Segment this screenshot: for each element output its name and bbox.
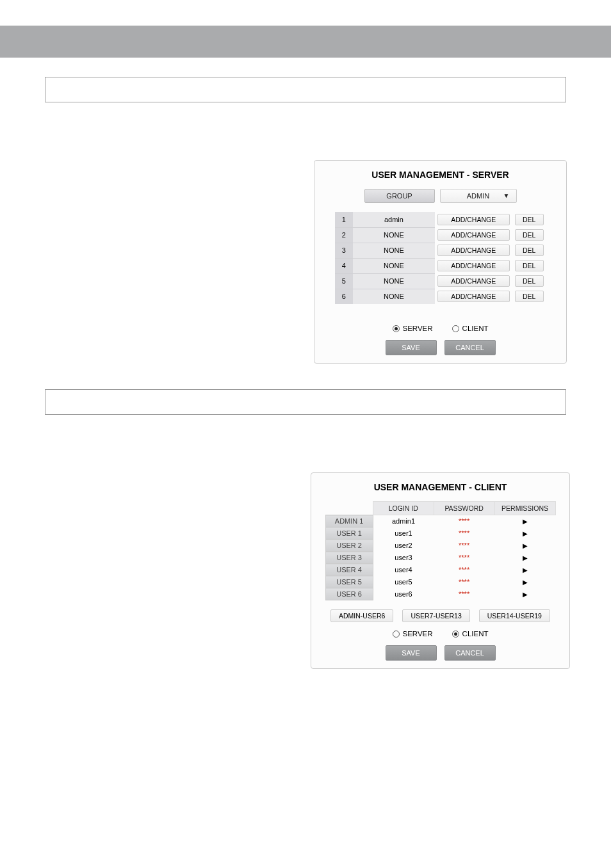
login-id-cell[interactable]: user6 [373,588,434,600]
save-button[interactable]: SAVE [386,645,437,661]
chevron-down-icon: ▼ [503,192,510,199]
radio-server-label: SERVER [403,325,433,332]
permissions-cell[interactable]: ▶ [494,552,555,564]
permissions-cell[interactable]: ▶ [494,564,555,576]
upper-divider-box [45,77,566,102]
group-label-button: GROUP [364,189,435,203]
cancel-button[interactable]: CANCEL [444,340,496,355]
permissions-cell[interactable]: ▶ [494,515,555,527]
password-cell[interactable]: **** [434,588,494,600]
pager-user14-user19[interactable]: USER14-USER19 [479,609,550,622]
delete-button[interactable]: DEL [515,260,544,271]
server-panel-title: USER MANAGEMENT - SERVER [314,170,566,180]
row-index: 2 [335,227,354,243]
permissions-cell[interactable]: ▶ [494,527,555,540]
delete-button[interactable]: DEL [515,291,544,302]
row-index: 1 [335,212,354,227]
row-username: NONE [353,273,435,289]
row-username: NONE [353,289,435,304]
col-permissions: PERMISSIONS [494,502,555,515]
add-change-button[interactable]: ADD/CHANGE [437,275,510,287]
password-cell[interactable]: **** [434,564,494,576]
table-row: 2NONEADD/CHANGEDEL [335,227,546,243]
play-icon: ▶ [523,567,528,574]
login-id-cell[interactable]: user4 [373,564,434,576]
delete-button[interactable]: DEL [515,229,544,241]
radio-server[interactable]: SERVER [393,630,433,638]
permissions-cell[interactable]: ▶ [494,540,555,552]
row-label: USER 2 [325,540,373,552]
row-label: USER 6 [325,588,373,600]
radio-server[interactable]: SERVER [393,325,433,332]
user-management-server-panel: USER MANAGEMENT - SERVER GROUP ADMIN ▼ 1… [314,160,567,364]
row-username: NONE [353,227,435,243]
password-cell[interactable]: **** [434,552,494,564]
play-icon: ▶ [523,579,528,586]
row-label: USER 5 [325,576,373,588]
permissions-cell[interactable]: ▶ [494,576,555,588]
row-index: 4 [335,258,354,273]
login-id-cell[interactable]: user3 [373,552,434,564]
add-change-button[interactable]: ADD/CHANGE [437,214,510,225]
delete-button[interactable]: DEL [515,245,544,256]
row-label: USER 3 [325,552,373,564]
play-icon: ▶ [523,530,528,537]
password-cell[interactable]: **** [434,527,494,540]
radio-client[interactable]: CLIENT [452,630,489,638]
client-user-table: LOGIN ID PASSWORD PERMISSIONS ADMIN 1adm… [325,501,556,600]
play-icon: ▶ [523,591,528,598]
col-login-id: LOGIN ID [373,502,434,515]
add-change-button[interactable]: ADD/CHANGE [437,291,510,302]
add-change-button[interactable]: ADD/CHANGE [437,245,510,256]
server-user-table: 1adminADD/CHANGEDEL2NONEADD/CHANGEDEL3NO… [335,212,546,304]
user-management-client-panel: USER MANAGEMENT - CLIENT LOGIN ID PASSWO… [311,472,570,669]
row-label: USER 4 [325,564,373,576]
table-row: USER 6user6****▶ [325,588,555,600]
table-row: 3NONEADD/CHANGEDEL [335,243,546,258]
play-icon: ▶ [523,518,528,525]
row-index: 3 [335,243,354,258]
login-id-cell[interactable]: admin1 [373,515,434,527]
cancel-button[interactable]: CANCEL [444,645,496,661]
login-id-cell[interactable]: user2 [373,540,434,552]
add-change-button[interactable]: ADD/CHANGE [437,229,510,241]
table-row: 5NONEADD/CHANGEDEL [335,273,546,289]
radio-filled-icon [393,325,400,332]
page-header-bar [0,26,611,58]
table-row: USER 1user1****▶ [325,527,555,540]
table-row: USER 5user5****▶ [325,576,555,588]
login-id-cell[interactable]: user5 [373,576,434,588]
group-select[interactable]: ADMIN ▼ [440,189,517,203]
table-row: 4NONEADD/CHANGEDEL [335,258,546,273]
row-index: 5 [335,273,354,289]
password-cell[interactable]: **** [434,540,494,552]
table-row: 6NONEADD/CHANGEDEL [335,289,546,304]
permissions-cell[interactable]: ▶ [494,588,555,600]
delete-button[interactable]: DEL [515,214,544,225]
radio-empty-icon [393,631,400,638]
col-password: PASSWORD [434,502,494,515]
password-cell[interactable]: **** [434,576,494,588]
password-cell[interactable]: **** [434,515,494,527]
radio-empty-icon [452,325,459,332]
delete-button[interactable]: DEL [515,275,544,287]
group-select-value: ADMIN [467,192,489,200]
table-row: USER 4user4****▶ [325,564,555,576]
pager-admin-user6[interactable]: ADMIN-USER6 [330,609,393,622]
add-change-button[interactable]: ADD/CHANGE [437,260,510,271]
save-button[interactable]: SAVE [386,340,437,355]
table-row: ADMIN 1admin1****▶ [325,515,555,527]
client-pager: ADMIN-USER6 USER7-USER13 USER14-USER19 [311,609,569,622]
row-index: 6 [335,289,354,304]
client-panel-title: USER MANAGEMENT - CLIENT [311,482,569,492]
table-row: USER 2user2****▶ [325,540,555,552]
radio-client[interactable]: CLIENT [452,325,489,332]
login-id-cell[interactable]: user1 [373,527,434,540]
row-label: USER 1 [325,527,373,540]
pager-user7-user13[interactable]: USER7-USER13 [402,609,469,622]
table-row: 1adminADD/CHANGEDEL [335,212,546,227]
row-username: NONE [353,258,435,273]
radio-client-label: CLIENT [462,630,489,638]
play-icon: ▶ [523,554,528,561]
row-username: admin [353,212,435,227]
